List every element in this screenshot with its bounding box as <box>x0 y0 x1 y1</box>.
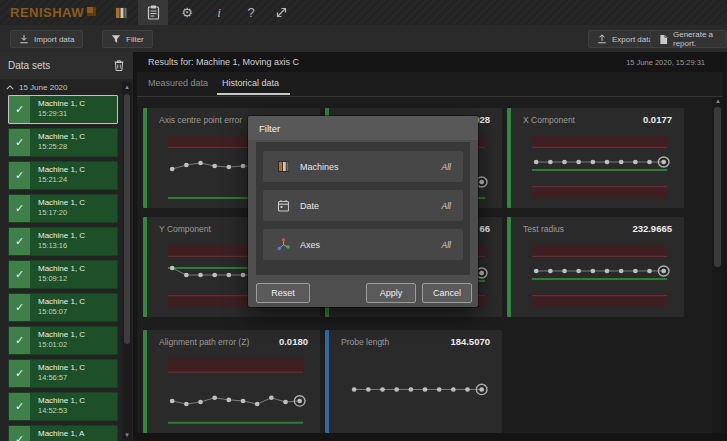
filter-dialog-titlebar[interactable]: Filter <box>248 116 478 140</box>
datasets-panel: Data sets 15 June 2020 ✓Machine 1, C15:2… <box>0 52 133 441</box>
results-timestamp: 15 June 2020, 15:29:31 <box>626 58 705 67</box>
filter-row-machines[interactable]: MachinesAll <box>263 151 463 182</box>
sidebar-scroll-thumb[interactable] <box>124 94 130 344</box>
card-chart <box>519 241 680 311</box>
filter-row-label: Date <box>300 201 442 211</box>
dataset-item[interactable]: ✓Machine 1, C14:52:53 <box>8 392 118 421</box>
card-chart <box>519 132 680 202</box>
dataset-item[interactable]: ✓Machine 1, C15:21:24 <box>8 161 118 190</box>
generate-report-button[interactable]: Generate a report. <box>650 30 727 48</box>
filter-row-value: All <box>442 162 451 172</box>
result-card[interactable]: Probe length184.5070 <box>325 330 502 433</box>
result-card[interactable]: Alignment path error (Z)0.0180 <box>143 330 320 433</box>
dataset-item[interactable]: ✓Machine 1, C15:01:02 <box>8 326 118 355</box>
check-area: ✓ <box>9 96 30 123</box>
check-area: ✓ <box>9 228 30 255</box>
dataset-machine-label: Machine 1, C <box>38 165 117 175</box>
check-icon: ✓ <box>15 268 24 281</box>
renishaw-logo-mark <box>87 7 96 16</box>
scroll-down-icon[interactable]: ▼ <box>122 432 132 438</box>
card-title: Probe length <box>341 337 389 347</box>
dataset-item[interactable]: ✓Machine 1, C15:25:28 <box>8 128 118 157</box>
check-area: ✓ <box>9 195 30 222</box>
dataset-time-label: 15:01:02 <box>38 340 117 349</box>
toolbar: Import data Filter Export data Generate … <box>0 25 727 52</box>
settings-gear-icon[interactable]: ⚙ <box>172 0 202 25</box>
axes-icon <box>277 238 291 251</box>
expand-icon[interactable] <box>266 0 296 25</box>
dataset-item[interactable]: ✓Machine 1, C15:29:31 <box>8 95 118 124</box>
machines-icon <box>277 160 291 173</box>
dataset-item[interactable]: ✓Machine 1, C15:13:16 <box>8 227 118 256</box>
active-tab-underline <box>217 93 290 95</box>
dataset-time-label: 15:25:28 <box>38 142 117 151</box>
dataset-machine-label: Machine 1, C <box>38 198 117 208</box>
filter-row-value: All <box>442 240 451 250</box>
sidebar-scrollbar[interactable]: ▲ ▼ <box>122 82 132 441</box>
dataset-machine-label: Machine 1, C <box>38 363 117 373</box>
card-value: 0.0177 <box>643 114 672 125</box>
filter-row-axes[interactable]: AxesAll <box>263 229 463 260</box>
check-icon: ✓ <box>15 334 24 347</box>
main-scroll-thumb[interactable] <box>714 107 721 267</box>
dataset-time-label: 14:52:53 <box>38 406 117 415</box>
dataset-time-label: 15:17:20 <box>38 208 117 217</box>
reset-button[interactable]: Reset <box>256 283 310 303</box>
check-icon: ✓ <box>15 202 24 215</box>
main-scrollbar[interactable]: ▲ <box>712 97 723 433</box>
dataset-machine-label: Machine 1, C <box>38 264 117 274</box>
check-area: ✓ <box>9 327 30 354</box>
dataset-list: ✓Machine 1, C15:29:31✓Machine 1, C15:25:… <box>8 95 118 441</box>
dataset-item[interactable]: ✓Machine 1, C15:17:20 <box>8 194 118 223</box>
help-icon[interactable]: ? <box>236 0 266 25</box>
renishaw-logo: RENISHAW <box>10 5 96 20</box>
dataset-item[interactable]: ✓Machine 1, C14:56:57 <box>8 359 118 388</box>
card-chart <box>337 354 498 427</box>
calendar-icon <box>277 199 291 212</box>
cancel-button[interactable]: Cancel <box>422 283 472 303</box>
card-value: 0.0180 <box>279 336 308 347</box>
results-tabs: Measured data Historical data <box>137 72 727 96</box>
dataset-machine-label: Machine 1, C <box>38 330 117 340</box>
check-icon: ✓ <box>15 301 24 314</box>
import-data-button[interactable]: Import data <box>10 30 83 48</box>
info-icon[interactable]: i <box>204 0 234 25</box>
import-data-label: Import data <box>34 35 74 44</box>
date-group-label: 15 June 2020 <box>19 83 68 92</box>
filter-row-label: Machines <box>300 162 442 172</box>
filter-dialog-title: Filter <box>259 123 280 134</box>
filter-row-date[interactable]: DateAll <box>263 190 463 221</box>
result-card[interactable]: X Component0.0177 <box>507 108 684 208</box>
check-area: ✓ <box>9 162 30 189</box>
date-group-header[interactable]: 15 June 2020 <box>6 83 68 92</box>
dataset-item[interactable]: ✓Machine 1, C15:09:12 <box>8 260 118 289</box>
dataset-item[interactable]: ✓Machine 1, C15:05:07 <box>8 293 118 322</box>
report-icon <box>659 34 668 45</box>
top-bar: RENISHAW ⚙ i ? <box>0 0 727 25</box>
apply-button[interactable]: Apply <box>366 283 416 303</box>
export-data-label: Export data <box>612 35 653 44</box>
dataset-time-label: 14:56:57 <box>38 373 117 382</box>
filter-button[interactable]: Filter <box>102 30 153 48</box>
filter-dialog-body: MachinesAllDateAllAxesAll <box>256 142 470 275</box>
check-icon: ✓ <box>15 136 24 149</box>
results-tab-icon[interactable] <box>138 0 168 25</box>
tab-historical-data[interactable]: Historical data <box>222 78 279 88</box>
machines-icon[interactable] <box>106 0 136 25</box>
filter-label: Filter <box>126 35 144 44</box>
scroll-up-icon[interactable]: ▲ <box>713 98 723 104</box>
generate-report-label: Generate a report. <box>673 30 718 48</box>
dataset-item[interactable]: ✓Machine 1, A14:22:11 <box>8 425 118 441</box>
card-title: Axis centre point error <box>159 115 242 125</box>
trash-icon[interactable] <box>113 59 125 72</box>
check-area: ✓ <box>9 393 30 420</box>
filter-dialog: Filter MachinesAllDateAllAxesAll Reset A… <box>248 116 478 307</box>
scroll-up-icon[interactable]: ▲ <box>122 84 132 90</box>
filter-icon <box>111 34 121 44</box>
check-area: ✓ <box>9 294 30 321</box>
result-card[interactable]: Test radius232.9665 <box>507 217 684 317</box>
tab-measured-data[interactable]: Measured data <box>148 78 208 88</box>
dataset-time-label: 15:09:12 <box>38 274 117 283</box>
check-icon: ✓ <box>15 433 24 441</box>
card-title: X Component <box>523 115 575 125</box>
